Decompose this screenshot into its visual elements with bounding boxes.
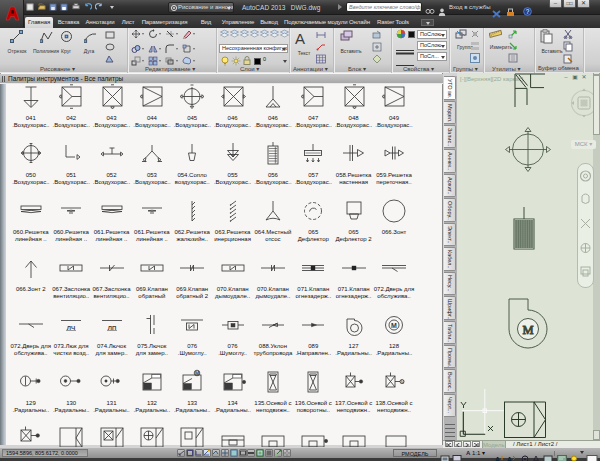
svg-text:?: ? (526, 8, 530, 15)
svg-text:А: А (495, 456, 500, 461)
svg-text:М: М (522, 323, 533, 337)
svg-text:М: М (391, 322, 397, 329)
svg-text:ЛЧ: ЛЧ (67, 325, 75, 331)
svg-text:ЛП: ЛП (107, 325, 116, 331)
svg-text:А: А (507, 456, 512, 461)
svg-text:N: N (400, 380, 403, 385)
svg-text:М: М (195, 370, 199, 376)
